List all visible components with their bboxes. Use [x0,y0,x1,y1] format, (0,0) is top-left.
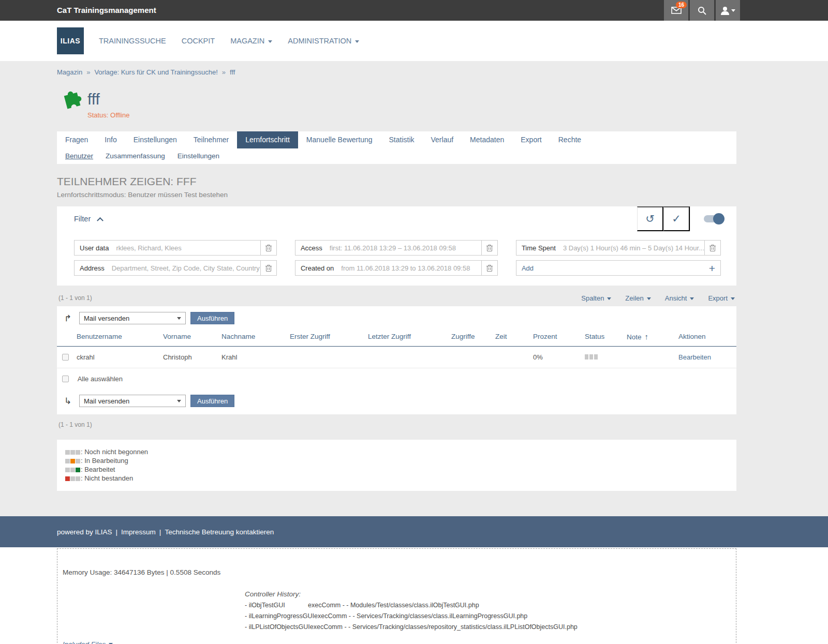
filter-apply-button[interactable]: ✓ [663,206,690,231]
status-badge: Status: Offline [87,111,129,119]
powered-by-link[interactable]: powered by ILIAS [57,528,112,536]
view-menu[interactable]: Ansicht [665,294,694,302]
subtab-benutzer[interactable]: Benutzer [59,152,99,160]
column-note[interactable]: Note↑ [627,327,678,347]
legend-square [76,450,80,455]
tab-einstellungen[interactable]: Einstellungen [125,131,185,148]
filter-field-created-on[interactable]: Created on from 11.06.2018 13:29 to 13.0… [295,260,498,276]
breadcrumb-magazin[interactable]: Magazin [57,68,82,76]
filter-field-access[interactable]: Access first: 11.06.2018 13:29 – 13.06.2… [295,240,498,256]
tab-teilnehmer[interactable]: Teilnehmer [185,131,237,148]
table-row: ckrahl Christoph Krahl 0% Bearbeiten [57,347,736,368]
trash-icon [486,244,493,252]
participants-table: ↱ Mail versenden Ausführen Benutzername … [57,306,736,414]
status-square [585,354,588,360]
sort-ascending-icon: ↑ [645,332,649,341]
legend-square [65,450,70,455]
nav-cockpit[interactable]: COCKPIT [174,32,223,50]
topbar-actions: 16 [664,0,740,21]
chevron-down-icon [177,317,181,320]
chevron-down-icon [731,9,735,12]
support-contact-link[interactable]: Technische Betreuung kontaktieren [165,528,274,536]
legend-square [65,476,70,481]
tab-fragen[interactable]: Fragen [57,131,96,148]
pagination-info-bottom: (1 - 1 von 1) [58,421,92,428]
tab-statistik[interactable]: Statistik [381,131,423,148]
refresh-icon: ↺ [645,213,655,225]
tab-manuelle-bewertung[interactable]: Manuelle Bewertung [298,131,381,148]
chevron-down-icon [647,297,651,300]
column-erster-zugriff[interactable]: Erster Zugriff [290,327,368,347]
chevron-down-icon [177,400,181,402]
tab-metadaten[interactable]: Metadaten [462,131,512,148]
impressum-link[interactable]: Impressum [121,528,156,536]
nav-magazin[interactable]: MAGAZIN [223,32,280,50]
remove-filter-user-data-button[interactable] [260,241,276,255]
rows-menu[interactable]: Zeilen [625,294,650,302]
add-filter-button[interactable]: Add + [516,260,721,276]
toggle-knob [713,213,724,224]
subtab-bar: Benutzer Zusammenfassung Einstellungen [57,148,736,164]
breadcrumb-vorlage[interactable]: Vorlage: Kurs für CK und Trainingssuche! [94,68,217,76]
filter-collapse-toggle[interactable]: Filter [74,206,637,231]
nav-administration[interactable]: ADMINISTRATION [280,32,367,50]
column-vorname[interactable]: Vorname [163,327,221,347]
legend-square [76,476,80,481]
column-zugriffe[interactable]: Zugriffe [451,327,495,347]
filter-reset-button[interactable]: ↺ [637,206,663,231]
column-prozent[interactable]: Prozent [533,327,585,347]
ilias-logo[interactable]: ILIAS [57,27,84,54]
status-legend: : Noch nicht begonnen : In Bearbeitung :… [57,440,736,491]
bulk-action-select-top[interactable]: Mail versenden [79,312,186,324]
column-status[interactable]: Status [585,327,627,347]
column-nachname[interactable]: Nachname [221,327,290,347]
trash-icon [265,244,272,252]
columns-menu[interactable]: Spalten [581,294,611,302]
tab-info[interactable]: Info [96,131,125,148]
mail-button[interactable]: 16 [664,0,688,21]
pagination-info-top: (1 - 1 von 1) [58,294,92,302]
breadcrumb-current[interactable]: fff [230,68,235,76]
filter-field-address[interactable]: Address Department, Street, Zip Code, Ci… [74,260,277,276]
included-files-toggle[interactable]: Included Files [63,640,113,644]
chevron-down-icon [607,297,611,300]
header-checkbox-cell [57,327,77,347]
user-menu-button[interactable] [716,0,740,21]
column-benutzername[interactable]: Benutzername [77,327,163,347]
legend-square [76,459,80,463]
tab-lernfortschritt[interactable]: Lernfortschritt [237,131,298,148]
tab-verlauf[interactable]: Verlauf [423,131,462,148]
status-square [589,354,593,360]
search-button[interactable] [690,0,714,21]
edit-link[interactable]: Bearbeiten [678,353,711,361]
nav-trainingssuche[interactable]: TRAININGSSUCHE [91,32,174,50]
filter-toggle[interactable] [704,215,723,222]
column-letzter-zugriff[interactable]: Letzter Zugriff [368,327,451,347]
filter-field-user-data[interactable]: User data rklees, Richard, Klees [74,240,277,256]
execute-button-bottom[interactable]: Ausführen [190,395,234,407]
export-menu[interactable]: Export [708,294,735,302]
debug-panel: Memory Usage: 34647136 Bytes | 0.5508 Se… [57,548,736,644]
search-icon [698,6,706,15]
remove-filter-access-button[interactable] [481,241,497,255]
execute-button-top[interactable]: Ausführen [190,312,234,324]
trash-icon [265,264,272,272]
tab-export[interactable]: Export [512,131,550,148]
subtab-zusammenfassung[interactable]: Zusammenfassung [99,152,171,160]
tab-rechte[interactable]: Rechte [550,131,589,148]
status-square [594,354,598,360]
row-checkbox[interactable] [62,354,69,361]
remove-filter-created-on-button[interactable] [481,261,497,275]
apply-to-bottom-arrow-icon: ↳ [61,396,75,407]
select-all-checkbox[interactable] [62,376,69,382]
column-zeit[interactable]: Zeit [495,327,533,347]
subtab-einstellungen[interactable]: Einstellungen [171,152,226,160]
filter-field-time-spent[interactable]: Time Spent 3 Day(s) 1 Hour(s) 46 min – 5… [516,240,721,256]
bulk-action-select-bottom[interactable]: Mail versenden [79,395,186,407]
remove-filter-time-spent-button[interactable] [704,241,720,255]
legend-item: : Noch nicht begonnen [65,447,728,456]
trash-icon [709,244,716,252]
remove-filter-address-button[interactable] [260,261,276,275]
legend-square [70,476,75,481]
cell-time [495,347,533,368]
